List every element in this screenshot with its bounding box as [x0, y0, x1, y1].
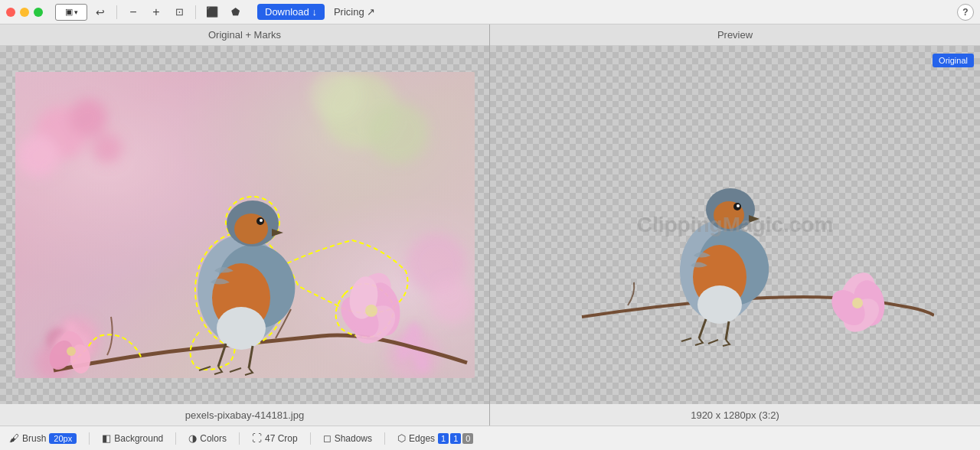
separator-6	[310, 432, 311, 445]
original-image	[15, 72, 475, 378]
separator-4	[175, 432, 176, 445]
select-tool-button[interactable]: ▣ ▾	[55, 4, 87, 21]
svg-point-4	[69, 99, 107, 137]
background-label: Background	[114, 433, 163, 444]
edges-icon: ⬡	[397, 432, 406, 444]
edge-val-1: 1	[438, 433, 449, 444]
edges-label: Edges	[409, 433, 435, 444]
edges-item[interactable]: ⬡ Edges 1 1 0	[397, 432, 473, 444]
edge-val-2: 1	[450, 433, 461, 444]
crop-item[interactable]: ⛶ 47 Crop	[252, 432, 298, 444]
filename-text: pexels-pixabay-414181.jpg	[185, 409, 304, 421]
preview-container: ClippingMagic.com	[513, 76, 957, 374]
brush-icon: 🖌	[9, 432, 19, 444]
svg-point-48	[697, 285, 742, 324]
shadows-icon: ◻	[323, 432, 332, 444]
svg-point-44	[67, 347, 76, 356]
crop-icon: ⛶	[252, 432, 262, 444]
edge-val-3: 0	[462, 433, 473, 444]
svg-point-5	[17, 135, 60, 178]
select-icon: ▣	[65, 7, 73, 17]
traffic-lights	[6, 8, 43, 17]
original-label: Original	[939, 56, 968, 65]
svg-point-59	[852, 298, 863, 308]
right-panel: Preview Original ClippingMagic.com	[490, 24, 980, 426]
main-content: Original + Marks	[0, 24, 980, 426]
svg-point-32	[260, 219, 263, 222]
dimension-text: 1920 x 1280px (3:2)	[691, 409, 779, 421]
svg-point-8	[368, 103, 429, 164]
maximize-button[interactable]	[34, 8, 43, 17]
right-panel-title: Preview	[490, 24, 980, 46]
download-button[interactable]: Download ↓	[257, 4, 325, 20]
brush-label: Brush	[22, 433, 46, 444]
crop-label: 47 Crop	[265, 433, 298, 444]
original-toggle-button[interactable]: Original	[933, 54, 974, 67]
separator-2	[195, 5, 196, 19]
shadows-item[interactable]: ◻ Shadows	[323, 432, 372, 444]
colors-item[interactable]: ◑ Colors	[188, 432, 227, 444]
svg-point-28	[217, 307, 266, 350]
filename-bar: pexels-pixabay-414181.jpg	[0, 404, 489, 426]
dimension-bar: 1920 x 1280px (3:2)	[490, 404, 980, 426]
undo-button[interactable]: ↩	[90, 4, 110, 21]
svg-point-6	[92, 133, 122, 164]
dropdown-arrow-icon: ▾	[74, 8, 78, 16]
download-label: Download ↓	[265, 6, 317, 18]
svg-line-54	[726, 321, 729, 340]
separator-3	[89, 432, 90, 445]
image-container	[15, 72, 475, 378]
canvas-area[interactable]	[0, 46, 489, 404]
separator	[116, 5, 117, 19]
svg-point-52	[737, 204, 740, 207]
fit-button[interactable]: ⊡	[169, 4, 189, 21]
help-icon: ?	[962, 7, 968, 18]
help-button[interactable]: ?	[957, 4, 974, 21]
svg-point-30	[234, 214, 268, 244]
left-panel-title: Original + Marks	[0, 24, 489, 46]
zoom-in-button[interactable]: +	[146, 4, 166, 21]
minimize-button[interactable]	[20, 8, 29, 17]
window-chrome: ▣ ▾ ↩ − + ⊡ ⬛ ⬟ Download ↓ Pricing ↗ ?	[0, 0, 980, 24]
separator-5	[239, 432, 240, 445]
colors-label: Colors	[200, 433, 227, 444]
pricing-button[interactable]: Pricing ↗	[328, 4, 381, 20]
lasso-button[interactable]: ⬟	[225, 4, 245, 21]
svg-point-11	[429, 279, 475, 324]
background-item[interactable]: ◧ Background	[102, 432, 163, 444]
pricing-label: Pricing ↗	[334, 6, 375, 18]
background-icon: ◧	[102, 432, 111, 444]
bottom-bar: 🖌 Brush 20px ◧ Background ◑ Colors ⛶ 47 …	[0, 426, 980, 450]
separator-7	[384, 432, 385, 445]
shadows-label: Shadows	[335, 433, 372, 444]
left-panel: Original + Marks	[0, 24, 490, 426]
colors-icon: ◑	[188, 432, 197, 444]
brush-item: 🖌 Brush 20px	[9, 432, 77, 444]
svg-point-40	[365, 305, 377, 317]
brush-size-badge[interactable]: 20px	[49, 433, 77, 444]
paint-button[interactable]: ⬛	[202, 4, 222, 21]
close-button[interactable]	[6, 8, 15, 17]
edges-values: 1 1 0	[438, 433, 473, 444]
preview-svg	[536, 103, 934, 347]
preview-area: ClippingMagic.com	[490, 46, 980, 404]
svg-line-53	[699, 319, 706, 338]
bird-scene-svg	[15, 72, 475, 378]
zoom-out-button[interactable]: −	[123, 4, 143, 21]
